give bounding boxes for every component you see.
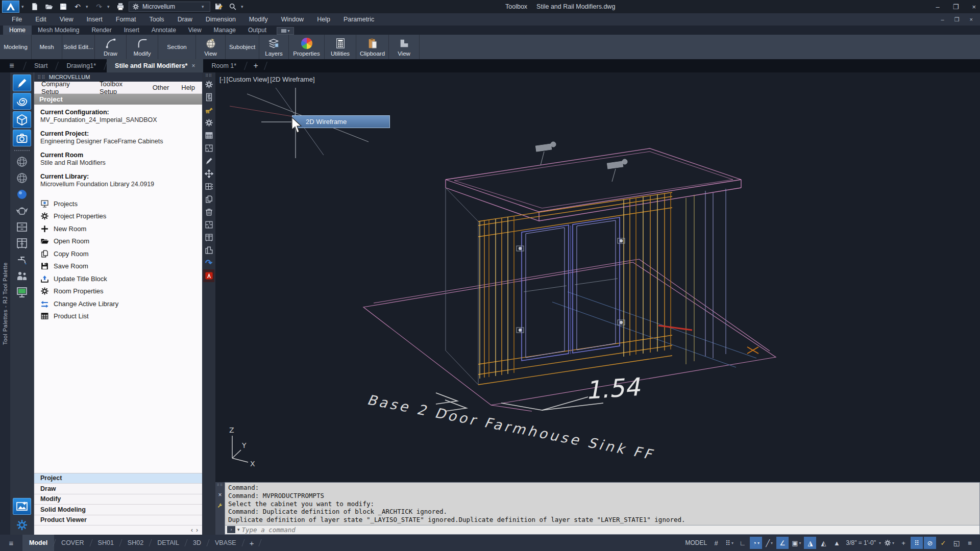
- camera-tool-icon[interactable]: [13, 130, 31, 146]
- app-logo[interactable]: [2, 1, 19, 13]
- spiral-tool-icon[interactable]: [13, 93, 31, 110]
- menu-window[interactable]: Window: [275, 13, 310, 26]
- layout-tab-3d[interactable]: 3D: [186, 535, 208, 551]
- panel-section[interactable]: Section: [158, 35, 196, 59]
- menu-help[interactable]: Help: [310, 13, 337, 26]
- new-layout-button[interactable]: +: [243, 539, 260, 547]
- command-input[interactable]: [242, 526, 977, 534]
- annotation-autoscale-icon[interactable]: ◭: [817, 537, 829, 549]
- doc-close-button[interactable]: ×: [970, 16, 973, 22]
- isolate-objects-icon[interactable]: ⊘: [924, 537, 936, 549]
- new-drawing-tab-button[interactable]: +: [247, 59, 264, 72]
- model-space-toggle[interactable]: MODEL: [683, 539, 709, 546]
- redo-button[interactable]: ↷: [93, 1, 105, 12]
- strip-settings-gear-icon[interactable]: [13, 516, 31, 533]
- menu-format[interactable]: Format: [109, 13, 143, 26]
- cube-tool-icon[interactable]: [13, 111, 31, 128]
- panel-properties[interactable]: Properties: [289, 35, 325, 59]
- vt-lcopy-icon[interactable]: [203, 244, 214, 257]
- palette-menu-help[interactable]: Help: [181, 84, 195, 91]
- viewport-visual-style-control[interactable]: [2D Wireframe]: [270, 76, 314, 83]
- ortho-icon[interactable]: ∟: [737, 537, 749, 549]
- annotation-scale-value[interactable]: 3/8" = 1'-0": [844, 539, 878, 546]
- command-close-icon[interactable]: ×: [218, 491, 222, 498]
- action-update-title-block[interactable]: Update Title Block: [34, 272, 202, 285]
- isodraft-icon[interactable]: ╱▾: [763, 537, 775, 549]
- file-tab-room1[interactable]: Room 1*: [203, 59, 244, 72]
- annotation-visibility-icon[interactable]: ◮: [804, 537, 816, 549]
- toolbar-grip-icon[interactable]: ⠿⠿: [205, 73, 212, 78]
- panel-view-ucs[interactable]: View: [389, 35, 420, 59]
- menu-draw[interactable]: Draw: [171, 13, 199, 26]
- workspace-combobox[interactable]: Microvellum ▾: [129, 2, 210, 12]
- customization-icon[interactable]: ≡: [964, 537, 976, 549]
- snap-mode-icon[interactable]: ⠿▾: [723, 537, 736, 549]
- panel-subobject[interactable]: Subobject: [226, 35, 259, 59]
- file-tab-start[interactable]: Start: [26, 59, 56, 72]
- command-prompt-icon[interactable]: ›: [227, 526, 235, 533]
- menu-dimension[interactable]: Dimension: [199, 13, 242, 26]
- palette-menu-other[interactable]: Other: [153, 84, 169, 91]
- vt-pdf-icon[interactable]: [203, 269, 214, 282]
- viewport-view-control[interactable]: [Custom View]: [227, 76, 270, 83]
- panel-view-globe[interactable]: View: [196, 35, 226, 59]
- action-copy-room[interactable]: Copy Room: [34, 247, 202, 260]
- menu-file[interactable]: File: [5, 13, 29, 26]
- vt-trash-icon[interactable]: [203, 206, 214, 218]
- doc-restore-button[interactable]: ❐: [954, 16, 960, 23]
- vt-gear-bold-icon[interactable]: [203, 116, 214, 129]
- action-projects[interactable]: Projects: [34, 197, 202, 210]
- osnap-tracking-icon[interactable]: ∠: [776, 537, 789, 549]
- file-tab-stile-and-rail[interactable]: Stile and Rail Modifiers* ×: [107, 59, 203, 72]
- vt-settings-gear-icon[interactable]: [203, 78, 214, 91]
- panel-mesh[interactable]: Mesh: [32, 35, 62, 59]
- drawer-icon[interactable]: [13, 219, 31, 235]
- action-change-active-library[interactable]: Change Active Library: [34, 297, 202, 310]
- panel-modeling[interactable]: Modeling: [0, 35, 32, 59]
- layout-tab-sh02[interactable]: SH02: [121, 535, 150, 551]
- ribbon-display-toggle[interactable]: ▾: [277, 27, 294, 35]
- vt-report-icon[interactable]: [203, 91, 214, 104]
- render-monitor-icon[interactable]: [13, 285, 31, 300]
- vt-window-grips-icon[interactable]: [203, 180, 214, 193]
- action-save-room[interactable]: Save Room: [34, 260, 202, 273]
- command-grip-icon[interactable]: ⠿⠿: [217, 483, 223, 487]
- action-open-room[interactable]: Open Room: [34, 235, 202, 248]
- sphere-icon[interactable]: [13, 187, 31, 202]
- undo-button[interactable]: ↶: [71, 1, 84, 12]
- menu-modify[interactable]: Modify: [242, 13, 275, 26]
- file-tabs-menu-icon[interactable]: ≡: [0, 59, 23, 72]
- graphics-performance-icon[interactable]: ✓: [937, 537, 949, 549]
- polar-tracking-icon[interactable]: ◔▾: [750, 537, 762, 549]
- menu-view[interactable]: View: [53, 13, 80, 26]
- ribbon-tab-mesh-modeling[interactable]: Mesh Modeling: [32, 26, 85, 35]
- vt-copy-icon[interactable]: [203, 193, 214, 206]
- minimize-button[interactable]: –: [936, 3, 940, 11]
- faucet-icon[interactable]: [13, 252, 31, 267]
- viewport-minimize-control[interactable]: [-]: [219, 76, 226, 83]
- qat-customize-caret-icon[interactable]: ▾: [241, 4, 246, 9]
- ribbon-tab-insert[interactable]: Insert: [118, 26, 145, 35]
- ribbon-tab-view[interactable]: View: [182, 26, 208, 35]
- palette-menu-toolbox-setup[interactable]: Toolbox Setup: [100, 80, 140, 95]
- annotation-scale-icon[interactable]: ▲: [830, 537, 843, 549]
- sphere-wireframe-icon[interactable]: [13, 154, 31, 169]
- panel-modify[interactable]: Modify: [127, 35, 158, 59]
- ribbon-tab-home[interactable]: Home: [3, 26, 32, 35]
- open-file-button[interactable]: [43, 1, 55, 12]
- panel-clipboard[interactable]: Clipboard: [356, 35, 389, 59]
- plus-tool-icon[interactable]: +: [897, 537, 910, 549]
- panel-solid-editing[interactable]: Solid Edit...: [62, 35, 95, 59]
- print-button[interactable]: [114, 1, 127, 12]
- category-scroll-right-icon[interactable]: ›: [196, 527, 198, 534]
- fixtures-icon[interactable]: [13, 268, 31, 284]
- vt-spreadsheet-icon[interactable]: [203, 129, 214, 142]
- action-project-properties[interactable]: Project Properties: [34, 210, 202, 223]
- layout-tab-cover[interactable]: COVER: [55, 535, 90, 551]
- panel-utilities[interactable]: Utilities: [325, 35, 356, 59]
- clean-screen-icon[interactable]: ◱: [950, 537, 963, 549]
- panel-draw[interactable]: Draw: [95, 35, 127, 59]
- panel-layers[interactable]: Layers: [259, 35, 289, 59]
- vt-redo-icon[interactable]: ↷: [203, 257, 214, 269]
- osnap-icon[interactable]: ▣▾: [790, 537, 803, 549]
